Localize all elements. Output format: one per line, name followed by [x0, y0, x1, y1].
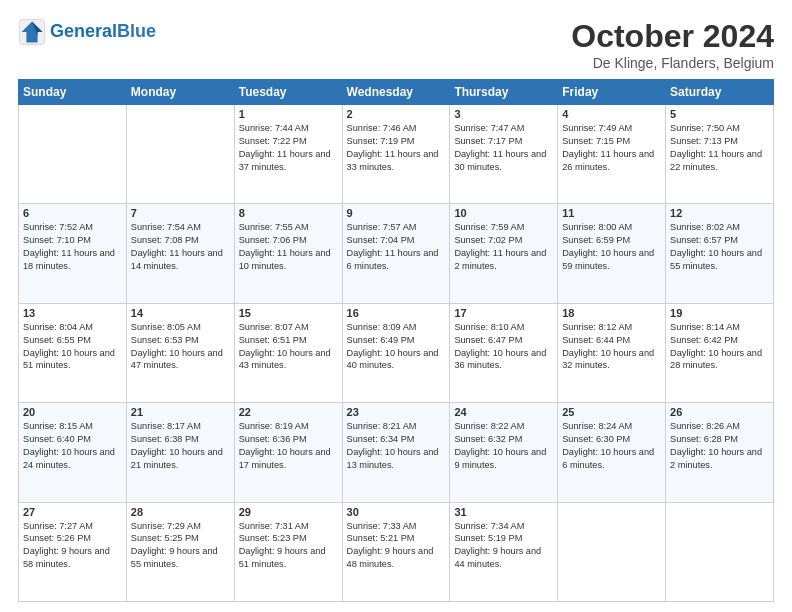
table-row: 10 Sunrise: 7:59 AMSunset: 7:02 PMDaylig… [450, 204, 558, 303]
day-info: Sunrise: 8:22 AMSunset: 6:32 PMDaylight:… [454, 420, 553, 472]
col-wednesday: Wednesday [342, 80, 450, 105]
day-number: 15 [239, 307, 338, 319]
calendar-week-0: 1 Sunrise: 7:44 AMSunset: 7:22 PMDayligh… [19, 105, 774, 204]
day-number: 25 [562, 406, 661, 418]
day-number: 7 [131, 207, 230, 219]
calendar-week-1: 6 Sunrise: 7:52 AMSunset: 7:10 PMDayligh… [19, 204, 774, 303]
day-number: 10 [454, 207, 553, 219]
table-row: 30 Sunrise: 7:33 AMSunset: 5:21 PMDaylig… [342, 502, 450, 601]
day-number: 19 [670, 307, 769, 319]
table-row: 4 Sunrise: 7:49 AMSunset: 7:15 PMDayligh… [558, 105, 666, 204]
day-number: 31 [454, 506, 553, 518]
day-info: Sunrise: 8:04 AMSunset: 6:55 PMDaylight:… [23, 321, 122, 373]
col-tuesday: Tuesday [234, 80, 342, 105]
calendar: Sunday Monday Tuesday Wednesday Thursday… [18, 79, 774, 602]
logo-general: General [50, 21, 117, 41]
table-row: 22 Sunrise: 8:19 AMSunset: 6:36 PMDaylig… [234, 403, 342, 502]
day-number: 6 [23, 207, 122, 219]
day-info: Sunrise: 8:21 AMSunset: 6:34 PMDaylight:… [347, 420, 446, 472]
table-row [666, 502, 774, 601]
day-number: 28 [131, 506, 230, 518]
page: GeneralBlue October 2024 De Klinge, Flan… [0, 0, 792, 612]
table-row: 19 Sunrise: 8:14 AMSunset: 6:42 PMDaylig… [666, 303, 774, 402]
day-info: Sunrise: 7:54 AMSunset: 7:08 PMDaylight:… [131, 221, 230, 273]
day-info: Sunrise: 7:31 AMSunset: 5:23 PMDaylight:… [239, 520, 338, 572]
day-info: Sunrise: 7:29 AMSunset: 5:25 PMDaylight:… [131, 520, 230, 572]
table-row: 7 Sunrise: 7:54 AMSunset: 7:08 PMDayligh… [126, 204, 234, 303]
day-number: 26 [670, 406, 769, 418]
day-number: 8 [239, 207, 338, 219]
location: De Klinge, Flanders, Belgium [571, 55, 774, 71]
day-number: 16 [347, 307, 446, 319]
day-number: 17 [454, 307, 553, 319]
day-info: Sunrise: 8:24 AMSunset: 6:30 PMDaylight:… [562, 420, 661, 472]
day-number: 24 [454, 406, 553, 418]
table-row: 11 Sunrise: 8:00 AMSunset: 6:59 PMDaylig… [558, 204, 666, 303]
calendar-header-row: Sunday Monday Tuesday Wednesday Thursday… [19, 80, 774, 105]
col-sunday: Sunday [19, 80, 127, 105]
title-area: October 2024 De Klinge, Flanders, Belgiu… [571, 18, 774, 71]
day-number: 9 [347, 207, 446, 219]
day-number: 21 [131, 406, 230, 418]
table-row: 26 Sunrise: 8:26 AMSunset: 6:28 PMDaylig… [666, 403, 774, 502]
day-number: 23 [347, 406, 446, 418]
table-row: 18 Sunrise: 8:12 AMSunset: 6:44 PMDaylig… [558, 303, 666, 402]
month-title: October 2024 [571, 18, 774, 55]
day-number: 30 [347, 506, 446, 518]
day-number: 11 [562, 207, 661, 219]
table-row: 31 Sunrise: 7:34 AMSunset: 5:19 PMDaylig… [450, 502, 558, 601]
table-row: 15 Sunrise: 8:07 AMSunset: 6:51 PMDaylig… [234, 303, 342, 402]
day-info: Sunrise: 7:59 AMSunset: 7:02 PMDaylight:… [454, 221, 553, 273]
col-friday: Friday [558, 80, 666, 105]
day-number: 27 [23, 506, 122, 518]
table-row [126, 105, 234, 204]
table-row: 6 Sunrise: 7:52 AMSunset: 7:10 PMDayligh… [19, 204, 127, 303]
day-info: Sunrise: 8:05 AMSunset: 6:53 PMDaylight:… [131, 321, 230, 373]
day-info: Sunrise: 8:15 AMSunset: 6:40 PMDaylight:… [23, 420, 122, 472]
day-info: Sunrise: 7:55 AMSunset: 7:06 PMDaylight:… [239, 221, 338, 273]
table-row: 16 Sunrise: 8:09 AMSunset: 6:49 PMDaylig… [342, 303, 450, 402]
table-row: 3 Sunrise: 7:47 AMSunset: 7:17 PMDayligh… [450, 105, 558, 204]
day-info: Sunrise: 7:44 AMSunset: 7:22 PMDaylight:… [239, 122, 338, 174]
day-info: Sunrise: 8:17 AMSunset: 6:38 PMDaylight:… [131, 420, 230, 472]
table-row: 1 Sunrise: 7:44 AMSunset: 7:22 PMDayligh… [234, 105, 342, 204]
day-number: 14 [131, 307, 230, 319]
header: GeneralBlue October 2024 De Klinge, Flan… [18, 18, 774, 71]
table-row: 29 Sunrise: 7:31 AMSunset: 5:23 PMDaylig… [234, 502, 342, 601]
day-info: Sunrise: 8:14 AMSunset: 6:42 PMDaylight:… [670, 321, 769, 373]
col-monday: Monday [126, 80, 234, 105]
table-row: 14 Sunrise: 8:05 AMSunset: 6:53 PMDaylig… [126, 303, 234, 402]
table-row: 24 Sunrise: 8:22 AMSunset: 6:32 PMDaylig… [450, 403, 558, 502]
calendar-week-2: 13 Sunrise: 8:04 AMSunset: 6:55 PMDaylig… [19, 303, 774, 402]
logo-area: GeneralBlue [18, 18, 156, 46]
day-info: Sunrise: 7:49 AMSunset: 7:15 PMDaylight:… [562, 122, 661, 174]
table-row: 23 Sunrise: 8:21 AMSunset: 6:34 PMDaylig… [342, 403, 450, 502]
logo-blue: Blue [117, 21, 156, 41]
col-saturday: Saturday [666, 80, 774, 105]
day-number: 18 [562, 307, 661, 319]
col-thursday: Thursday [450, 80, 558, 105]
day-info: Sunrise: 7:46 AMSunset: 7:19 PMDaylight:… [347, 122, 446, 174]
day-number: 29 [239, 506, 338, 518]
table-row [19, 105, 127, 204]
day-info: Sunrise: 8:02 AMSunset: 6:57 PMDaylight:… [670, 221, 769, 273]
table-row: 28 Sunrise: 7:29 AMSunset: 5:25 PMDaylig… [126, 502, 234, 601]
day-info: Sunrise: 8:19 AMSunset: 6:36 PMDaylight:… [239, 420, 338, 472]
day-info: Sunrise: 8:10 AMSunset: 6:47 PMDaylight:… [454, 321, 553, 373]
calendar-week-3: 20 Sunrise: 8:15 AMSunset: 6:40 PMDaylig… [19, 403, 774, 502]
table-row: 8 Sunrise: 7:55 AMSunset: 7:06 PMDayligh… [234, 204, 342, 303]
day-info: Sunrise: 7:34 AMSunset: 5:19 PMDaylight:… [454, 520, 553, 572]
table-row [558, 502, 666, 601]
day-number: 5 [670, 108, 769, 120]
logo-text: GeneralBlue [50, 22, 156, 42]
day-number: 22 [239, 406, 338, 418]
day-info: Sunrise: 7:27 AMSunset: 5:26 PMDaylight:… [23, 520, 122, 572]
day-info: Sunrise: 8:12 AMSunset: 6:44 PMDaylight:… [562, 321, 661, 373]
day-number: 1 [239, 108, 338, 120]
day-number: 4 [562, 108, 661, 120]
day-info: Sunrise: 8:26 AMSunset: 6:28 PMDaylight:… [670, 420, 769, 472]
day-number: 13 [23, 307, 122, 319]
table-row: 21 Sunrise: 8:17 AMSunset: 6:38 PMDaylig… [126, 403, 234, 502]
day-info: Sunrise: 7:52 AMSunset: 7:10 PMDaylight:… [23, 221, 122, 273]
table-row: 25 Sunrise: 8:24 AMSunset: 6:30 PMDaylig… [558, 403, 666, 502]
